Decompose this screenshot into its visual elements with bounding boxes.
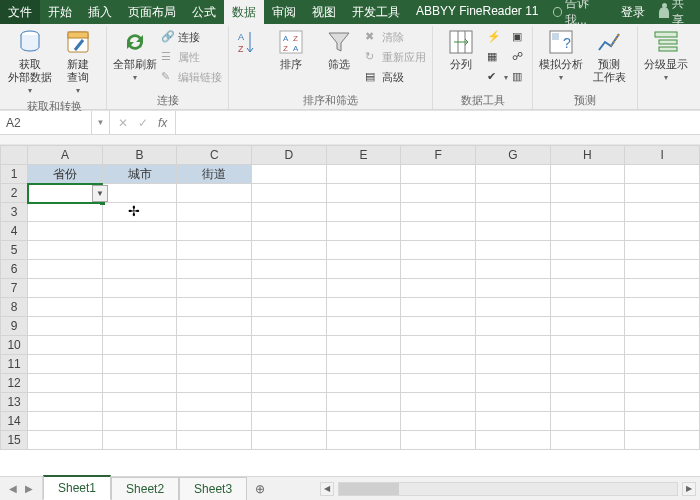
cell[interactable] xyxy=(401,279,476,298)
row-header[interactable]: 3 xyxy=(1,203,28,222)
cell[interactable] xyxy=(28,317,103,336)
fx-icon[interactable]: fx xyxy=(158,116,167,130)
connections-item[interactable]: 🔗连接 xyxy=(161,28,222,46)
cell[interactable] xyxy=(28,241,103,260)
filter-button[interactable]: 筛选 xyxy=(317,28,361,71)
cell[interactable] xyxy=(252,298,327,317)
cell[interactable] xyxy=(326,317,401,336)
cell[interactable] xyxy=(401,374,476,393)
cell[interactable]: 城市 xyxy=(102,165,177,184)
cell[interactable] xyxy=(550,165,625,184)
cell[interactable] xyxy=(401,241,476,260)
cell[interactable] xyxy=(177,355,252,374)
cell[interactable] xyxy=(625,203,700,222)
cell[interactable] xyxy=(401,260,476,279)
cell[interactable] xyxy=(28,279,103,298)
cell[interactable]: 省份 xyxy=(28,165,103,184)
hscroll-thumb[interactable] xyxy=(339,483,399,495)
cell[interactable] xyxy=(550,298,625,317)
cell[interactable] xyxy=(326,222,401,241)
cell[interactable] xyxy=(177,298,252,317)
tab-dev[interactable]: 开发工具 xyxy=(344,0,408,24)
cell[interactable] xyxy=(252,431,327,450)
cell[interactable] xyxy=(475,412,550,431)
cell[interactable] xyxy=(177,374,252,393)
cell[interactable] xyxy=(28,431,103,450)
cell[interactable] xyxy=(102,393,177,412)
cell[interactable] xyxy=(475,431,550,450)
cell[interactable] xyxy=(177,393,252,412)
cell[interactable] xyxy=(401,317,476,336)
row-header[interactable]: 14 xyxy=(1,412,28,431)
cell[interactable] xyxy=(177,412,252,431)
cell[interactable] xyxy=(252,260,327,279)
cell[interactable] xyxy=(475,279,550,298)
cell[interactable] xyxy=(475,336,550,355)
cell[interactable] xyxy=(401,431,476,450)
cell[interactable] xyxy=(177,279,252,298)
cell[interactable] xyxy=(326,279,401,298)
cell[interactable] xyxy=(625,241,700,260)
col-header[interactable]: C xyxy=(177,146,252,165)
row-header[interactable]: 15 xyxy=(1,431,28,450)
cell[interactable] xyxy=(401,355,476,374)
select-all-corner[interactable] xyxy=(1,146,28,165)
cell[interactable] xyxy=(475,393,550,412)
cell[interactable] xyxy=(252,165,327,184)
cell[interactable] xyxy=(475,260,550,279)
cell[interactable] xyxy=(550,374,625,393)
cell[interactable] xyxy=(550,241,625,260)
cell[interactable] xyxy=(550,336,625,355)
cell[interactable] xyxy=(28,374,103,393)
cell[interactable] xyxy=(550,184,625,203)
cell[interactable] xyxy=(177,260,252,279)
cell[interactable] xyxy=(102,355,177,374)
cell[interactable] xyxy=(550,260,625,279)
cell[interactable] xyxy=(475,184,550,203)
cell[interactable] xyxy=(28,393,103,412)
cell[interactable] xyxy=(550,222,625,241)
cell[interactable] xyxy=(252,355,327,374)
relation-item[interactable]: ☍ xyxy=(512,48,526,66)
cell[interactable] xyxy=(326,165,401,184)
cell[interactable] xyxy=(475,241,550,260)
col-header[interactable]: I xyxy=(625,146,700,165)
sort-button[interactable]: AZZA 排序 xyxy=(269,28,313,71)
cell[interactable] xyxy=(326,431,401,450)
sheet-nav-next[interactable]: ▶ xyxy=(22,483,36,494)
cell[interactable] xyxy=(475,298,550,317)
data-validation-dropdown[interactable]: ▼ xyxy=(92,185,108,202)
cell[interactable] xyxy=(550,431,625,450)
cell[interactable] xyxy=(102,260,177,279)
share-button[interactable]: 共享 xyxy=(653,0,700,24)
cell[interactable] xyxy=(326,355,401,374)
col-header[interactable]: E xyxy=(326,146,401,165)
cell[interactable] xyxy=(625,336,700,355)
col-header[interactable]: D xyxy=(252,146,327,165)
login-link[interactable]: 登录 xyxy=(613,0,653,24)
tell-me[interactable]: 告诉我... xyxy=(547,0,613,24)
cell[interactable] xyxy=(102,412,177,431)
row-header[interactable]: 13 xyxy=(1,393,28,412)
cell[interactable] xyxy=(102,374,177,393)
cell[interactable] xyxy=(252,279,327,298)
cell[interactable] xyxy=(550,393,625,412)
cell[interactable] xyxy=(102,317,177,336)
data-validation-item[interactable]: ✔▾ xyxy=(487,68,508,86)
cell[interactable] xyxy=(625,393,700,412)
advanced-filter-item[interactable]: ▤高级 xyxy=(365,68,426,86)
cell[interactable] xyxy=(28,298,103,317)
cell[interactable] xyxy=(102,203,177,222)
tab-formulas[interactable]: 公式 xyxy=(184,0,224,24)
cell[interactable] xyxy=(550,317,625,336)
cell[interactable] xyxy=(177,336,252,355)
cell[interactable] xyxy=(252,393,327,412)
hscroll-right[interactable]: ▶ xyxy=(682,482,696,496)
col-header[interactable]: G xyxy=(475,146,550,165)
cell[interactable] xyxy=(102,336,177,355)
col-header[interactable]: B xyxy=(102,146,177,165)
cell[interactable] xyxy=(475,165,550,184)
cell[interactable] xyxy=(550,203,625,222)
tab-home[interactable]: 开始 xyxy=(40,0,80,24)
tab-data[interactable]: 数据 xyxy=(224,0,264,24)
